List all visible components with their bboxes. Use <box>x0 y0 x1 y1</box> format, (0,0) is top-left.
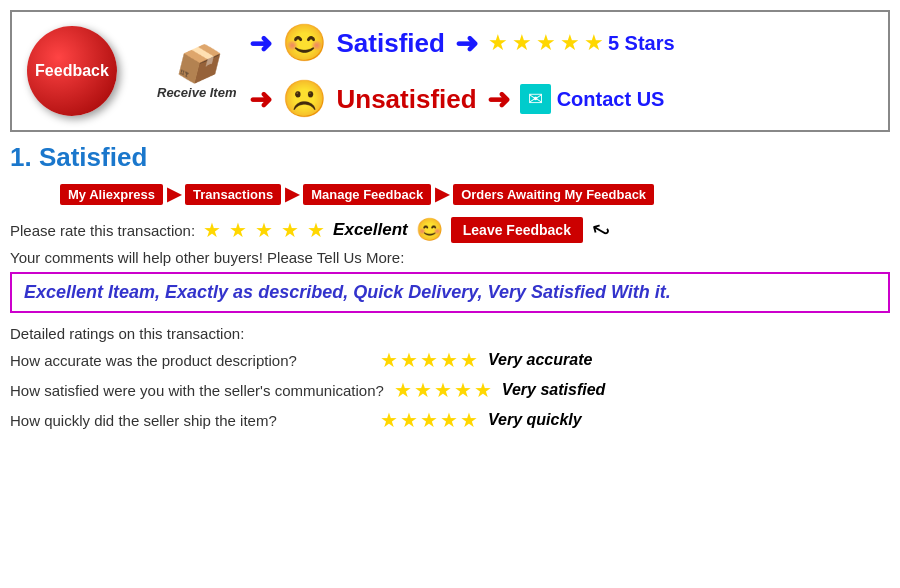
detail-row-3: How quickly did the seller ship the item… <box>10 408 890 432</box>
detail-stars-3: ★ ★ ★ ★ ★ <box>380 408 478 432</box>
unsatisfied-row: ➜ ☹️ Unsatisfied ➜ ✉ Contact US <box>249 78 675 120</box>
feedback-label: Feedback <box>35 62 109 80</box>
comment-text: Excellent Iteam, Exactly as described, Q… <box>24 282 671 302</box>
receive-item-label: Receive Item <box>157 85 237 100</box>
detail-row-2: How satisfied were you with the seller's… <box>10 378 890 402</box>
detail-row-1: How accurate was the product description… <box>10 348 890 372</box>
detail-question-3: How quickly did the seller ship the item… <box>10 412 370 429</box>
excellent-label: Excellent <box>333 220 408 240</box>
email-icon: ✉ <box>520 84 551 114</box>
breadcrumb: My Aliexpress ▶ Transactions ▶ Manage Fe… <box>60 183 890 205</box>
breadcrumb-orders-awaiting[interactable]: Orders Awaiting My Feedback <box>453 184 654 205</box>
feedback-badge: Feedback <box>27 26 117 116</box>
receive-item: 📦 Receive Item <box>157 43 237 100</box>
comments-label: Your comments will help other buyers! Pl… <box>10 249 890 266</box>
detail-rating-text-2: Very satisfied <box>502 381 605 399</box>
happy-emoji: 😊 <box>282 22 327 64</box>
package-icon: 📦 <box>174 43 219 85</box>
breadcrumb-my-aliexpress[interactable]: My Aliexpress <box>60 184 163 205</box>
detail-question-2: How satisfied were you with the seller's… <box>10 382 384 399</box>
sad-emoji: ☹️ <box>282 78 327 120</box>
rating-row: Please rate this transaction: ★ ★ ★ ★ ★ … <box>10 217 890 243</box>
stars-label: 5 Stars <box>608 32 675 55</box>
detail-rating-text-1: Very accurate <box>488 351 592 369</box>
breadcrumb-arrow-2: ▶ <box>285 183 299 205</box>
unsatisfied-text: Unsatisfied <box>337 84 477 115</box>
detail-stars-1: ★ ★ ★ ★ ★ <box>380 348 478 372</box>
detail-rating-text-3: Very quickly <box>488 411 582 429</box>
section-satisfied: 1. Satisfied My Aliexpress ▶ Transaction… <box>0 140 900 446</box>
stars-row: ★ ★ ★ ★ ★ 5 Stars <box>488 30 675 56</box>
comment-box: Excellent Iteam, Exactly as described, Q… <box>10 272 890 313</box>
banner-content: 📦 Receive Item ➜ 😊 Satisfied ➜ ★ ★ ★ <box>157 22 675 120</box>
satisfied-text: Satisfied <box>337 28 445 59</box>
contact-box: ✉ Contact US <box>520 84 665 114</box>
satisfied-row: ➜ 😊 Satisfied ➜ ★ ★ ★ ★ ★ 5 Stars <box>249 22 675 64</box>
leave-feedback-button[interactable]: Leave Feedback <box>451 217 583 243</box>
rating-label: Please rate this transaction: <box>10 222 195 239</box>
detail-stars-2: ★ ★ ★ ★ ★ <box>394 378 492 402</box>
top-banner: Feedback 📦 Receive Item ➜ 😊 Satisfied ➜ <box>10 10 890 132</box>
breadcrumb-manage-feedback[interactable]: Manage Feedback <box>303 184 431 205</box>
contact-text: Contact US <box>557 88 665 111</box>
breadcrumb-arrow-1: ▶ <box>167 183 181 205</box>
arrow-red-contact: ➜ <box>487 83 510 116</box>
detailed-title: Detailed ratings on this transaction: <box>10 325 890 342</box>
curved-arrow-icon: ↩ <box>586 214 615 246</box>
breadcrumb-transactions[interactable]: Transactions <box>185 184 281 205</box>
arrow-blue-stars: ➜ <box>455 27 478 60</box>
arrow-red-unsatisfied: ➜ <box>249 83 272 116</box>
smiley-excellent: 😊 <box>416 217 443 243</box>
arrow-blue-satisfied: ➜ <box>249 27 272 60</box>
section-title: 1. Satisfied <box>10 142 890 173</box>
breadcrumb-arrow-3: ▶ <box>435 183 449 205</box>
detail-question-1: How accurate was the product description… <box>10 352 370 369</box>
